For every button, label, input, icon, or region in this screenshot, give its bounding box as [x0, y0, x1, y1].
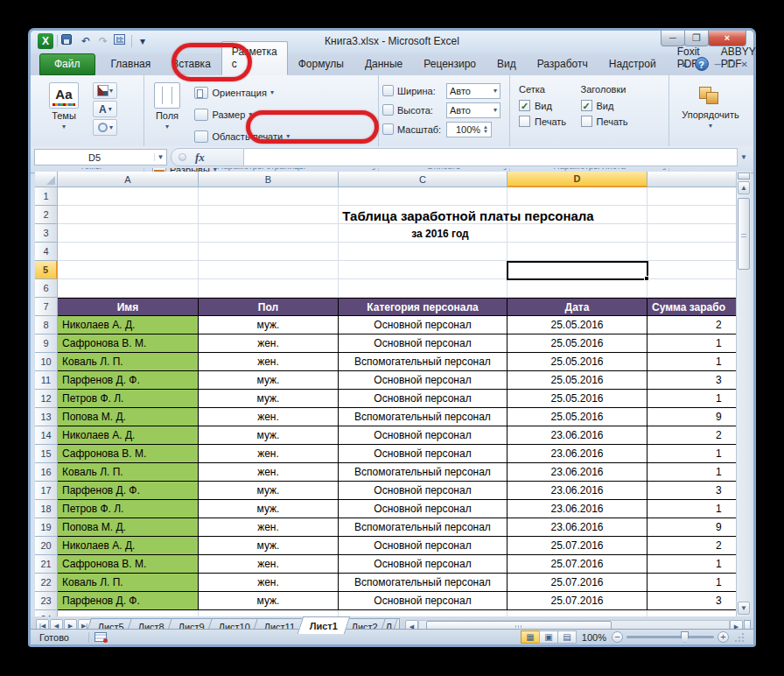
cell[interactable]: 25.05.2016 — [508, 353, 648, 371]
cell[interactable]: Основной персонал — [339, 445, 508, 463]
size-button[interactable]: Размер▾ — [192, 105, 292, 123]
cell[interactable]: муж. — [199, 390, 339, 408]
table-header-cell[interactable]: Имя — [58, 298, 199, 316]
cell[interactable]: 25.05.2016 — [508, 316, 648, 334]
empty-cell[interactable] — [508, 187, 648, 206]
page-layout-view-icon[interactable]: ▣ — [539, 630, 558, 644]
empty-cell[interactable] — [339, 610, 508, 616]
empty-cell[interactable] — [648, 187, 738, 206]
margins-button[interactable]: Поля ▾ — [148, 79, 186, 156]
expand-formula-bar-icon[interactable]: ▼ — [738, 148, 750, 166]
cell[interactable]: 23.06.2016 — [508, 426, 648, 445]
collapse-ribbon-icon[interactable]: ▲ — [681, 60, 689, 68]
column-header-E[interactable] — [648, 172, 738, 187]
ribbon-tab-файл[interactable]: Файл — [39, 53, 95, 75]
cell[interactable]: 23.06.2016 — [508, 482, 648, 500]
cell[interactable]: 1 — [648, 390, 738, 408]
workbook-minimize-icon[interactable]: ─ — [715, 60, 721, 69]
row-header-5[interactable]: 5 — [35, 261, 58, 279]
empty-cell[interactable] — [339, 243, 508, 261]
ribbon-tab-вид[interactable]: Вид — [486, 53, 527, 75]
empty-cell[interactable] — [58, 279, 199, 298]
empty-cell[interactable] — [508, 243, 648, 261]
cell[interactable]: жен. — [199, 353, 339, 371]
row-header-3[interactable]: 3 — [35, 224, 58, 243]
ribbon-tab-рецензиро[interactable]: Рецензиро — [413, 53, 486, 75]
cell[interactable]: Парфенов Д. Ф. — [58, 371, 199, 390]
cell[interactable]: Парфенов Д. Ф. — [58, 482, 199, 500]
empty-cell[interactable] — [199, 243, 339, 261]
cell[interactable]: Вспомогательный персонал — [339, 574, 508, 592]
formula-input[interactable] — [244, 148, 738, 166]
cell[interactable]: 25.05.2016 — [508, 371, 648, 390]
column-header-C[interactable]: C — [339, 172, 508, 187]
cell[interactable]: Николаев А. Д. — [58, 537, 199, 555]
insert-function-icon[interactable]: fx — [195, 151, 205, 165]
empty-cell[interactable] — [508, 610, 648, 616]
row-header-4[interactable]: 4 — [35, 243, 58, 261]
zoom-track[interactable] — [626, 636, 714, 638]
resize-grip[interactable] — [734, 632, 745, 643]
ribbon-tab-главная[interactable]: Главная — [101, 53, 162, 75]
cell[interactable]: 3 — [648, 371, 738, 390]
gridlines-print-checkbox[interactable]: Печать — [519, 116, 566, 127]
cell[interactable]: 25.05.2016 — [508, 390, 648, 408]
cell[interactable]: 23.06.2016 — [508, 445, 648, 463]
empty-cell[interactable] — [339, 187, 508, 206]
theme-effects-button[interactable]: ▾ — [93, 119, 117, 136]
cell[interactable]: Вспомогательный персонал — [339, 518, 508, 537]
macro-record-icon[interactable] — [94, 632, 107, 642]
row-header-8[interactable]: 8 — [35, 316, 58, 334]
row-header-13[interactable]: 13 — [35, 408, 58, 426]
row-header-18[interactable]: 18 — [35, 500, 58, 518]
print-area-button[interactable]: Область печати▾ — [192, 127, 292, 145]
cell[interactable]: Попова М. Д. — [58, 408, 199, 426]
name-box[interactable]: D5 ▼ — [34, 149, 167, 165]
cell[interactable]: Сафронова В. М. — [58, 334, 199, 353]
cell[interactable]: 3 — [648, 482, 738, 500]
cell[interactable]: 25.07.2016 — [508, 592, 648, 610]
zoom-in-icon[interactable]: + — [718, 631, 729, 643]
scroll-down-icon[interactable]: ▼ — [738, 602, 750, 615]
empty-cell[interactable] — [199, 261, 339, 279]
cell[interactable]: 2 — [648, 537, 738, 555]
scrollbar-split-handle[interactable] — [738, 173, 750, 180]
empty-cell[interactable] — [58, 206, 199, 224]
cell[interactable]: Вспомогательный персонал — [339, 463, 508, 482]
empty-cell[interactable] — [58, 261, 199, 279]
cell[interactable]: Основной персонал — [339, 500, 508, 518]
height-combo[interactable]: Авто▾ — [446, 102, 500, 118]
empty-cell[interactable] — [58, 243, 199, 261]
zoom-out-icon[interactable]: − — [612, 631, 623, 643]
normal-view-icon[interactable]: ▦ — [521, 630, 540, 644]
empty-cell[interactable] — [58, 187, 199, 206]
cell[interactable]: 23.06.2016 — [508, 518, 648, 537]
headings-view-checkbox[interactable]: ✓Вид — [581, 100, 628, 111]
empty-cell[interactable] — [339, 261, 508, 279]
cell[interactable]: Николаев А. Д. — [58, 316, 199, 334]
cell[interactable]: муж. — [199, 500, 339, 518]
workbook-restore-icon[interactable]: ❐ — [727, 60, 735, 69]
cell[interactable]: Вспомогательный персонал — [339, 353, 508, 371]
empty-cell[interactable] — [199, 279, 339, 298]
row-header-20[interactable]: 20 — [35, 537, 58, 555]
cell[interactable]: Основной персонал — [339, 482, 508, 500]
table-header-cell[interactable]: Пол — [199, 298, 339, 316]
cell[interactable]: Основной персонал — [339, 334, 508, 353]
table-header-cell[interactable]: Дата — [508, 298, 648, 316]
scroll-up-icon[interactable]: ▲ — [738, 181, 750, 194]
row-header-15[interactable]: 15 — [35, 445, 58, 463]
cell[interactable]: муж. — [199, 482, 339, 500]
arrange-button[interactable]: Упорядочить ▾ — [673, 79, 748, 156]
help-icon[interactable]: ? — [695, 57, 709, 71]
cell[interactable]: муж. — [199, 537, 339, 555]
cell[interactable]: 1 — [648, 334, 738, 353]
cell[interactable]: 1 — [648, 353, 738, 371]
empty-cell[interactable] — [199, 187, 339, 206]
cell[interactable]: Петров Ф. Л. — [58, 500, 199, 518]
cell[interactable]: муж. — [199, 316, 339, 334]
row-header-9[interactable]: 9 — [35, 334, 58, 353]
cell[interactable]: Основной персонал — [339, 592, 508, 610]
theme-colors-button[interactable]: ▾ — [93, 82, 117, 99]
cell[interactable]: 1 — [648, 463, 738, 482]
